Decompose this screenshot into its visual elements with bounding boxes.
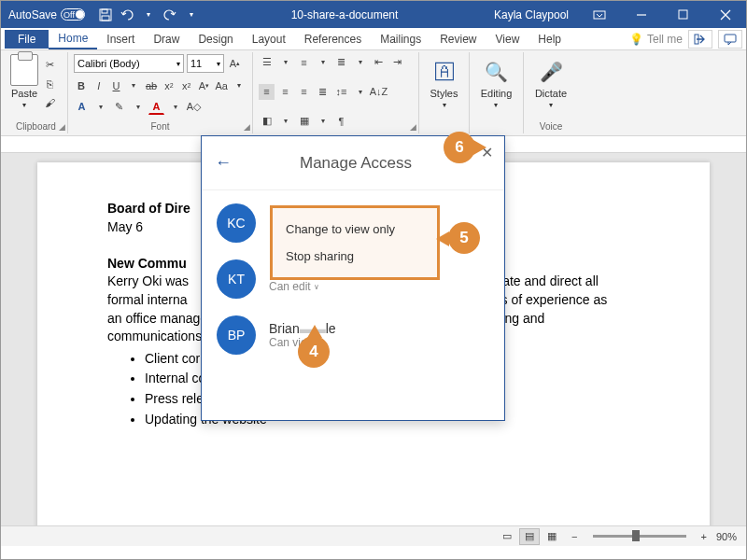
numbering-dropdown[interactable]: ▾ <box>315 54 331 70</box>
zoom-in-button[interactable]: + <box>701 531 707 542</box>
minimize-button[interactable] <box>620 1 662 28</box>
svg-rect-9 <box>725 35 736 42</box>
highlight-dropdown[interactable]: ▾ <box>130 99 146 115</box>
align-center-button[interactable]: ≡ <box>277 84 293 100</box>
paste-icon <box>10 54 38 86</box>
back-button[interactable]: ← <box>215 153 232 173</box>
text-effects-button[interactable]: A <box>74 99 90 115</box>
person-permission[interactable]: Can edit ∨ <box>269 280 359 293</box>
shading-button[interactable]: ◧ <box>259 113 275 129</box>
font-color-button[interactable]: A <box>148 99 164 115</box>
comments-button[interactable] <box>718 30 742 49</box>
show-marks-button[interactable]: ¶ <box>333 113 349 129</box>
tell-me-search[interactable]: 💡 Tell me <box>629 33 683 46</box>
tab-home[interactable]: Home <box>49 29 97 49</box>
doc-heading2: New Commu <box>107 256 187 271</box>
tab-layout[interactable]: Layout <box>243 30 295 49</box>
copy-icon[interactable]: ⎘ <box>42 76 58 91</box>
dictate-button[interactable]: 🎤 Dictate ▾ <box>535 54 567 109</box>
subscript-button[interactable]: x2 <box>162 77 176 93</box>
undo-icon[interactable] <box>120 7 134 22</box>
strikethrough-button[interactable]: ab <box>144 77 159 93</box>
underline-button[interactable]: U <box>109 77 124 93</box>
styles-button[interactable]: 🄰 Styles ▾ <box>430 54 458 109</box>
bold-button[interactable]: B <box>74 77 89 93</box>
italic-button[interactable]: I <box>92 77 106 93</box>
person-row[interactable]: BP Brian▬▬le Can view ∨ <box>217 315 489 355</box>
tab-references[interactable]: References <box>295 30 371 49</box>
find-icon: 🔍 <box>482 58 510 86</box>
dialog-launcher-icon[interactable]: ◢ <box>59 122 65 132</box>
save-icon[interactable] <box>98 7 113 22</box>
align-left-button[interactable]: ≡ <box>259 84 275 100</box>
close-button[interactable] <box>704 1 746 28</box>
ribbon-options-icon[interactable] <box>578 1 620 28</box>
qat-more-icon[interactable]: ▾ <box>184 7 199 22</box>
zoom-thumb[interactable] <box>632 530 640 541</box>
zoom-out-button[interactable]: − <box>571 531 577 542</box>
shrink-font-icon[interactable]: A▾ <box>197 77 212 93</box>
editing-button[interactable]: 🔍 Editing ▾ <box>481 54 513 109</box>
shading-dropdown[interactable]: ▾ <box>277 113 293 129</box>
bullets-dropdown[interactable]: ▾ <box>277 54 293 70</box>
borders-button[interactable]: ▦ <box>296 113 312 129</box>
share-button[interactable] <box>688 30 712 49</box>
print-layout-button[interactable]: ▤ <box>519 528 540 545</box>
change-case-button[interactable]: Aa <box>214 77 229 93</box>
tab-review[interactable]: Review <box>430 30 486 49</box>
stop-sharing-item[interactable]: Stop sharing <box>273 243 437 270</box>
effects-dropdown[interactable]: ▾ <box>92 99 108 115</box>
case-dropdown[interactable]: ▾ <box>232 77 247 93</box>
paragraph-group: ☰▾ ≡▾ ≣▾ ⇤ ⇥ ≡ ≡ ≡ ≣ ↕≡▾ A↓Z ◧▾ ▦▾ ¶ ◢ <box>253 52 419 133</box>
format-painter-icon[interactable]: 🖌 <box>42 94 58 110</box>
user-name[interactable]: Kayla Claypool <box>485 8 578 21</box>
maximize-button[interactable] <box>662 1 704 28</box>
highlight-button[interactable]: ✎ <box>111 99 127 115</box>
spacing-dropdown[interactable]: ▾ <box>352 84 368 100</box>
tab-file[interactable]: File <box>5 30 49 49</box>
align-right-button[interactable]: ≡ <box>296 84 312 100</box>
zoom-slider[interactable] <box>593 535 686 538</box>
tab-mailings[interactable]: Mailings <box>371 30 430 49</box>
zoom-level[interactable]: 90% <box>716 531 737 542</box>
grow-font-icon[interactable]: A▴ <box>227 56 243 72</box>
svg-rect-3 <box>594 11 605 19</box>
numbering-button[interactable]: ≡ <box>296 54 312 70</box>
tab-design[interactable]: Design <box>189 30 242 49</box>
read-mode-button[interactable]: ▭ <box>497 528 517 545</box>
tab-insert[interactable]: Insert <box>97 30 144 49</box>
web-layout-button[interactable]: ▦ <box>542 528 562 545</box>
multilevel-dropdown[interactable]: ▾ <box>352 54 368 70</box>
redo-icon[interactable] <box>162 7 177 22</box>
tab-view[interactable]: View <box>486 30 529 49</box>
superscript-button[interactable]: x2 <box>179 77 194 93</box>
underline-dropdown[interactable]: ▾ <box>126 77 141 93</box>
tab-help[interactable]: Help <box>529 30 571 49</box>
font-name-select[interactable]: Calibri (Body)▾ <box>74 54 184 73</box>
dialog-launcher-icon[interactable]: ◢ <box>410 122 416 132</box>
decrease-indent-button[interactable]: ⇤ <box>371 54 387 70</box>
dialog-launcher-icon[interactable]: ◢ <box>244 122 250 132</box>
line-spacing-button[interactable]: ↕≡ <box>333 84 349 100</box>
undo-dropdown-icon[interactable]: ▾ <box>141 7 156 22</box>
bullets-button[interactable]: ☰ <box>259 54 275 70</box>
autosave-toggle[interactable]: Off <box>61 8 85 21</box>
justify-button[interactable]: ≣ <box>315 84 331 100</box>
permission-context-menu: Change to view only Stop sharing <box>270 205 440 280</box>
change-to-view-only-item[interactable]: Change to view only <box>273 216 437 243</box>
autosave-control[interactable]: AutoSave Off <box>1 8 92 21</box>
color-dropdown[interactable]: ▾ <box>167 99 183 115</box>
increase-indent-button[interactable]: ⇥ <box>389 54 405 70</box>
tab-draw[interactable]: Draw <box>144 30 189 49</box>
sort-button[interactable]: A↓Z <box>371 84 387 100</box>
paste-label: Paste <box>11 88 37 99</box>
cut-icon[interactable]: ✂ <box>42 57 58 73</box>
multilevel-button[interactable]: ≣ <box>333 54 349 70</box>
font-size-select[interactable]: 11▾ <box>187 54 224 73</box>
paste-button[interactable]: Paste ▾ <box>10 54 38 110</box>
svg-rect-5 <box>679 10 687 19</box>
borders-dropdown[interactable]: ▾ <box>315 113 331 129</box>
quick-access-toolbar: ▾ ▾ <box>92 7 204 22</box>
clear-format-button[interactable]: A◇ <box>186 99 202 115</box>
doc-heading: Board of Dire <box>107 201 190 216</box>
